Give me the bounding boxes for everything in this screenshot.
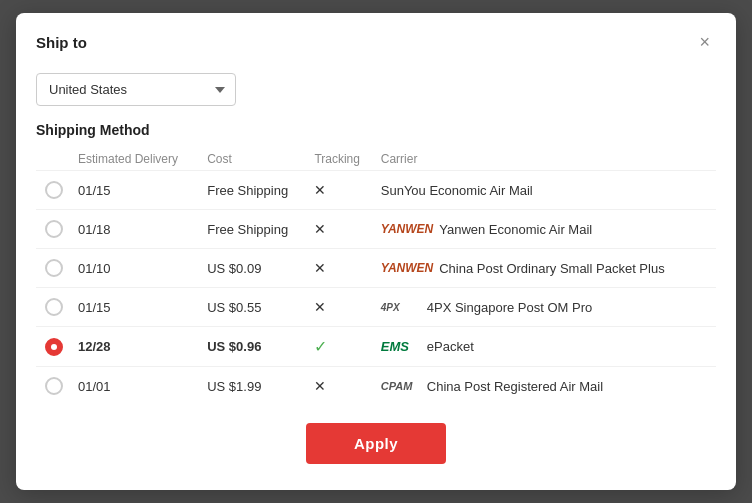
carrier: CPAMChina Post Registered Air Mail: [375, 367, 716, 406]
cost: US $0.55: [201, 288, 308, 327]
carrier-name: SunYou Economic Air Mail: [381, 183, 533, 198]
col-select: [36, 148, 72, 171]
tracking-indicator: ✓: [308, 327, 374, 367]
radio-button[interactable]: [45, 377, 63, 395]
carrier-name: China Post Registered Air Mail: [427, 379, 603, 394]
overlay: Ship to × United States United Kingdom C…: [0, 0, 752, 503]
radio-button[interactable]: [45, 338, 63, 356]
apply-button[interactable]: Apply: [306, 423, 446, 464]
radio-button[interactable]: [45, 298, 63, 316]
col-tracking: Tracking: [308, 148, 374, 171]
table-row[interactable]: 01/10US $0.09✕YANWENChina Post Ordinary …: [36, 249, 716, 288]
x-icon: ✕: [314, 260, 326, 276]
modal: Ship to × United States United Kingdom C…: [16, 13, 736, 490]
cost: Free Shipping: [201, 210, 308, 249]
table-row[interactable]: 12/28US $0.96✓EMSePacket: [36, 327, 716, 367]
cost: US $0.96: [201, 327, 308, 367]
table-row[interactable]: 01/01US $1.99✕CPAMChina Post Registered …: [36, 367, 716, 406]
col-delivery: Estimated Delivery: [72, 148, 201, 171]
radio-button[interactable]: [45, 181, 63, 199]
modal-title: Ship to: [36, 34, 87, 51]
check-icon: ✓: [314, 338, 327, 355]
radio-col[interactable]: [36, 288, 72, 327]
radio-col[interactable]: [36, 327, 72, 367]
ship-to-section: United States United Kingdom Canada Aust…: [36, 73, 716, 106]
carrier-logo: 4PX: [381, 302, 421, 313]
col-cost: Cost: [201, 148, 308, 171]
radio-col[interactable]: [36, 210, 72, 249]
apply-row: Apply: [36, 405, 716, 470]
tracking-indicator: ✕: [308, 171, 374, 210]
x-icon: ✕: [314, 182, 326, 198]
carrier: YANWENChina Post Ordinary Small Packet P…: [375, 249, 716, 288]
modal-body: United States United Kingdom Canada Aust…: [16, 63, 736, 490]
delivery-date: 01/01: [72, 367, 201, 406]
radio-col[interactable]: [36, 171, 72, 210]
tracking-indicator: ✕: [308, 288, 374, 327]
carrier-logo: EMS: [381, 339, 421, 354]
carrier: 4PX4PX Singapore Post OM Pro: [375, 288, 716, 327]
radio-button[interactable]: [45, 220, 63, 238]
carrier-name: ePacket: [427, 339, 474, 354]
carrier-logo: YANWEN: [381, 222, 433, 236]
carrier-name: China Post Ordinary Small Packet Plus: [439, 261, 664, 276]
cost: Free Shipping: [201, 171, 308, 210]
carrier-logo: CPAM: [381, 380, 421, 392]
country-select[interactable]: United States United Kingdom Canada Aust…: [36, 73, 236, 106]
carrier-logo: YANWEN: [381, 261, 433, 275]
close-button[interactable]: ×: [693, 31, 716, 53]
radio-col[interactable]: [36, 249, 72, 288]
cost: US $0.09: [201, 249, 308, 288]
carrier: SunYou Economic Air Mail: [375, 171, 716, 210]
carrier-name: 4PX Singapore Post OM Pro: [427, 300, 592, 315]
col-carrier: Carrier: [375, 148, 716, 171]
x-icon: ✕: [314, 378, 326, 394]
carrier: YANWENYanwen Economic Air Mail: [375, 210, 716, 249]
shipping-method-title: Shipping Method: [36, 122, 716, 138]
delivery-date: 12/28: [72, 327, 201, 367]
tracking-indicator: ✕: [308, 210, 374, 249]
delivery-date: 01/15: [72, 171, 201, 210]
shipping-table: Estimated Delivery Cost Tracking Carrier…: [36, 148, 716, 405]
radio-col[interactable]: [36, 367, 72, 406]
table-row[interactable]: 01/15US $0.55✕4PX4PX Singapore Post OM P…: [36, 288, 716, 327]
delivery-date: 01/10: [72, 249, 201, 288]
cost: US $1.99: [201, 367, 308, 406]
tracking-indicator: ✕: [308, 367, 374, 406]
tracking-indicator: ✕: [308, 249, 374, 288]
delivery-date: 01/18: [72, 210, 201, 249]
delivery-date: 01/15: [72, 288, 201, 327]
table-row[interactable]: 01/18Free Shipping✕YANWENYanwen Economic…: [36, 210, 716, 249]
modal-header: Ship to ×: [16, 13, 736, 63]
x-icon: ✕: [314, 299, 326, 315]
carrier-name: Yanwen Economic Air Mail: [439, 222, 592, 237]
carrier: EMSePacket: [375, 327, 716, 367]
table-row[interactable]: 01/15Free Shipping✕SunYou Economic Air M…: [36, 171, 716, 210]
radio-button[interactable]: [45, 259, 63, 277]
x-icon: ✕: [314, 221, 326, 237]
shipping-table-wrapper: Estimated Delivery Cost Tracking Carrier…: [36, 148, 716, 405]
